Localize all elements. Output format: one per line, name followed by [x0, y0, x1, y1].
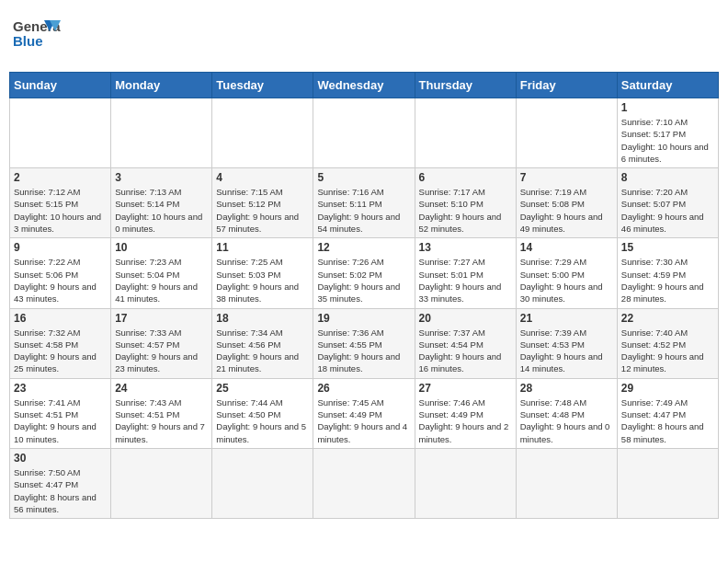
calendar-week-row: 23Sunrise: 7:41 AMSunset: 4:51 PMDayligh… [10, 378, 719, 448]
day-info: Sunrise: 7:17 AMSunset: 5:10 PMDaylight:… [419, 186, 512, 235]
weekday-header-wednesday: Wednesday [313, 73, 415, 98]
calendar-cell: 21Sunrise: 7:39 AMSunset: 4:53 PMDayligh… [516, 308, 617, 378]
day-number: 25 [216, 382, 309, 395]
day-info: Sunrise: 7:29 AMSunset: 5:00 PMDaylight:… [520, 256, 613, 304]
calendar-cell: 12Sunrise: 7:26 AMSunset: 5:02 PMDayligh… [313, 238, 415, 308]
calendar-cell: 8Sunrise: 7:20 AMSunset: 5:07 PMDaylight… [617, 168, 718, 238]
weekday-header-tuesday: Tuesday [212, 73, 313, 98]
calendar-cell [212, 98, 313, 168]
day-number: 17 [115, 312, 208, 325]
day-info: Sunrise: 7:40 AMSunset: 4:52 PMDaylight:… [621, 327, 714, 375]
calendar-cell: 19Sunrise: 7:36 AMSunset: 4:55 PMDayligh… [313, 308, 415, 378]
calendar-week-row: 30Sunrise: 7:50 AMSunset: 4:47 PMDayligh… [10, 448, 719, 518]
day-number: 9 [14, 241, 107, 254]
calendar-cell: 4Sunrise: 7:15 AMSunset: 5:12 PMDaylight… [212, 168, 313, 238]
day-info: Sunrise: 7:46 AMSunset: 4:49 PMDaylight:… [419, 396, 512, 445]
calendar-cell: 11Sunrise: 7:25 AMSunset: 5:03 PMDayligh… [212, 238, 313, 308]
calendar-cell: 1Sunrise: 7:10 AMSunset: 5:17 PMDaylight… [617, 98, 718, 168]
calendar-week-row: 1Sunrise: 7:10 AMSunset: 5:17 PMDaylight… [10, 98, 719, 168]
calendar-cell: 9Sunrise: 7:22 AMSunset: 5:06 PMDaylight… [10, 238, 111, 308]
calendar-cell: 23Sunrise: 7:41 AMSunset: 4:51 PMDayligh… [10, 378, 111, 448]
calendar-cell [313, 98, 415, 168]
generalblue-logo-icon: GeneralBlue [13, 17, 61, 57]
calendar-cell [111, 448, 212, 518]
day-number: 2 [14, 171, 107, 184]
day-number: 7 [520, 171, 613, 184]
day-info: Sunrise: 7:25 AMSunset: 5:03 PMDaylight:… [216, 256, 309, 304]
calendar-cell [415, 448, 516, 518]
calendar-cell: 7Sunrise: 7:19 AMSunset: 5:08 PMDaylight… [516, 168, 617, 238]
day-number: 10 [115, 241, 208, 254]
calendar-cell: 13Sunrise: 7:27 AMSunset: 5:01 PMDayligh… [415, 238, 516, 308]
calendar-cell: 22Sunrise: 7:40 AMSunset: 4:52 PMDayligh… [617, 308, 718, 378]
day-number: 12 [317, 241, 410, 254]
day-number: 11 [216, 241, 309, 254]
calendar-cell: 25Sunrise: 7:44 AMSunset: 4:50 PMDayligh… [212, 378, 313, 448]
calendar-cell: 14Sunrise: 7:29 AMSunset: 5:00 PMDayligh… [516, 238, 617, 308]
calendar-cell: 17Sunrise: 7:33 AMSunset: 4:57 PMDayligh… [111, 308, 212, 378]
day-info: Sunrise: 7:26 AMSunset: 5:02 PMDaylight:… [317, 256, 410, 304]
day-info: Sunrise: 7:30 AMSunset: 4:59 PMDaylight:… [621, 256, 714, 304]
calendar-table: SundayMondayTuesdayWednesdayThursdayFrid… [9, 72, 719, 519]
day-number: 26 [317, 382, 410, 395]
calendar-cell [415, 98, 516, 168]
calendar-cell: 27Sunrise: 7:46 AMSunset: 4:49 PMDayligh… [415, 378, 516, 448]
calendar-cell [10, 98, 111, 168]
day-info: Sunrise: 7:45 AMSunset: 4:49 PMDaylight:… [317, 396, 410, 445]
day-number: 14 [520, 241, 613, 254]
calendar-cell [313, 448, 415, 518]
day-number: 6 [419, 171, 512, 184]
calendar-cell: 5Sunrise: 7:16 AMSunset: 5:11 PMDaylight… [313, 168, 415, 238]
day-number: 4 [216, 171, 309, 184]
calendar-cell: 24Sunrise: 7:43 AMSunset: 4:51 PMDayligh… [111, 378, 212, 448]
weekday-header-sunday: Sunday [10, 73, 111, 98]
day-number: 3 [115, 171, 208, 184]
day-info: Sunrise: 7:36 AMSunset: 4:55 PMDaylight:… [317, 327, 410, 375]
day-number: 5 [317, 171, 410, 184]
day-info: Sunrise: 7:34 AMSunset: 4:56 PMDaylight:… [216, 327, 309, 375]
calendar-cell: 20Sunrise: 7:37 AMSunset: 4:54 PMDayligh… [415, 308, 516, 378]
day-info: Sunrise: 7:37 AMSunset: 4:54 PMDaylight:… [419, 327, 512, 375]
weekday-header-friday: Friday [516, 73, 617, 98]
weekday-header-thursday: Thursday [415, 73, 516, 98]
calendar-cell: 28Sunrise: 7:48 AMSunset: 4:48 PMDayligh… [516, 378, 617, 448]
day-number: 18 [216, 312, 309, 325]
calendar-cell [212, 448, 313, 518]
weekday-header-saturday: Saturday [617, 73, 718, 98]
day-number: 24 [115, 382, 208, 395]
day-number: 22 [621, 312, 714, 325]
day-info: Sunrise: 7:23 AMSunset: 5:04 PMDaylight:… [115, 256, 208, 304]
day-info: Sunrise: 7:43 AMSunset: 4:51 PMDaylight:… [115, 396, 208, 445]
calendar-cell: 16Sunrise: 7:32 AMSunset: 4:58 PMDayligh… [10, 308, 111, 378]
calendar-cell [516, 98, 617, 168]
day-info: Sunrise: 7:41 AMSunset: 4:51 PMDaylight:… [14, 396, 107, 445]
day-number: 21 [520, 312, 613, 325]
day-number: 15 [621, 241, 714, 254]
day-number: 30 [14, 452, 107, 465]
day-number: 28 [520, 382, 613, 395]
weekday-header-monday: Monday [111, 73, 212, 98]
logo: GeneralBlue [13, 17, 61, 57]
day-info: Sunrise: 7:27 AMSunset: 5:01 PMDaylight:… [419, 256, 512, 304]
svg-text:Blue: Blue [13, 33, 43, 49]
day-info: Sunrise: 7:39 AMSunset: 4:53 PMDaylight:… [520, 327, 613, 375]
day-info: Sunrise: 7:10 AMSunset: 5:17 PMDaylight:… [621, 116, 714, 165]
calendar-cell: 6Sunrise: 7:17 AMSunset: 5:10 PMDaylight… [415, 168, 516, 238]
calendar-cell: 30Sunrise: 7:50 AMSunset: 4:47 PMDayligh… [10, 448, 111, 518]
calendar-cell: 2Sunrise: 7:12 AMSunset: 5:15 PMDaylight… [10, 168, 111, 238]
calendar-cell: 3Sunrise: 7:13 AMSunset: 5:14 PMDaylight… [111, 168, 212, 238]
calendar-cell: 10Sunrise: 7:23 AMSunset: 5:04 PMDayligh… [111, 238, 212, 308]
day-info: Sunrise: 7:50 AMSunset: 4:47 PMDaylight:… [14, 466, 107, 515]
day-number: 29 [621, 382, 714, 395]
day-number: 1 [621, 101, 714, 114]
calendar-cell [617, 448, 718, 518]
calendar-cell [111, 98, 212, 168]
calendar-cell: 18Sunrise: 7:34 AMSunset: 4:56 PMDayligh… [212, 308, 313, 378]
day-info: Sunrise: 7:32 AMSunset: 4:58 PMDaylight:… [14, 327, 107, 375]
day-info: Sunrise: 7:15 AMSunset: 5:12 PMDaylight:… [216, 186, 309, 235]
day-info: Sunrise: 7:16 AMSunset: 5:11 PMDaylight:… [317, 186, 410, 235]
calendar-week-row: 2Sunrise: 7:12 AMSunset: 5:15 PMDaylight… [10, 168, 719, 238]
day-number: 27 [419, 382, 512, 395]
day-info: Sunrise: 7:19 AMSunset: 5:08 PMDaylight:… [520, 186, 613, 235]
weekday-header-row: SundayMondayTuesdayWednesdayThursdayFrid… [10, 73, 719, 98]
